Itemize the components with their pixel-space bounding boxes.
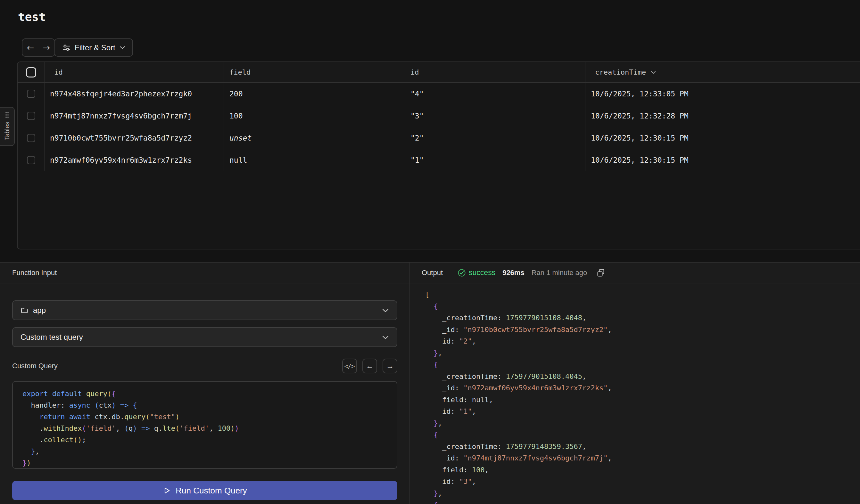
- play-icon: [162, 486, 171, 495]
- cell-field: unset: [224, 127, 405, 149]
- chevron-down-icon: [382, 308, 389, 312]
- arrow-right-icon: →: [43, 43, 50, 53]
- cell-creation-time: 10/6/2025, 12:30:15 PM: [585, 149, 860, 171]
- query-history-back-button[interactable]: ←: [362, 359, 377, 373]
- tables-tab-label: Tables: [3, 122, 11, 140]
- cell-creation-time: 10/6/2025, 12:30:15 PM: [585, 127, 860, 149]
- code-view-button[interactable]: </>: [342, 359, 357, 373]
- status-badge: success: [458, 268, 496, 277]
- drag-handle-icon: [5, 112, 9, 118]
- run-custom-query-button[interactable]: Run Custom Query: [12, 481, 397, 500]
- table-row[interactable]: n972amwf06yv59x4nr6m3w1zrx7rz2ks null "1…: [18, 149, 860, 171]
- code-icon: </>: [344, 363, 355, 370]
- cell-doc-id: "2": [405, 127, 585, 149]
- run-button-label: Run Custom Query: [176, 486, 247, 496]
- filter-sort-button[interactable]: Filter & Sort: [55, 39, 133, 57]
- data-table: _id field id _creationTime n974x48sfqejr…: [17, 61, 860, 249]
- table-row[interactable]: n9710b0cwt755bvrr25wfa8a5d7rzyz2 unset "…: [18, 127, 860, 149]
- cell-id: n974x48sfqejr4ed3ar2phezex7rzgk0: [45, 83, 224, 105]
- query-history-forward-button[interactable]: →: [383, 359, 397, 373]
- arrow-right-icon: →: [386, 361, 394, 370]
- cell-field: null: [224, 149, 405, 171]
- custom-query-editor[interactable]: export default query({ handler: async (c…: [12, 381, 397, 469]
- row-checkbox[interactable]: [27, 112, 35, 120]
- table-toolbar: ← → Filter & Sort: [22, 39, 133, 57]
- folder-icon: [20, 307, 28, 314]
- output-title: Output: [422, 269, 443, 277]
- cell-id: n9710b0cwt755bvrr25wfa8a5d7rzyz2: [45, 127, 224, 149]
- cell-doc-id: "1": [405, 149, 585, 171]
- app-selector[interactable]: app: [12, 300, 397, 320]
- table-empty-area: [18, 171, 860, 249]
- status-text: success: [469, 268, 496, 277]
- function-input-header: Function Input: [0, 263, 410, 283]
- duration-text: 926ms: [502, 269, 525, 277]
- chevron-down-icon: [382, 335, 389, 339]
- page-title: test: [18, 10, 46, 24]
- custom-query-toolbar: Custom Query </> ← →: [12, 359, 397, 373]
- row-checkbox[interactable]: [27, 90, 35, 98]
- query-selector-label: Custom test query: [20, 333, 83, 342]
- success-check-icon: [458, 269, 466, 277]
- output-result: [ { _creationTime: 1759779015108.4048, _…: [410, 283, 860, 504]
- tables-panel-toggle[interactable]: Tables: [0, 107, 15, 146]
- table-row[interactable]: n974mtj87nnxz7fvsg4sv6bgch7rzm7j 100 "3"…: [18, 105, 860, 127]
- cell-field: 100: [224, 105, 405, 127]
- sort-direction-icon: [651, 71, 656, 74]
- function-runner: Function Input app Custom test query Cus…: [0, 262, 860, 504]
- cell-creation-time: 10/6/2025, 12:32:28 PM: [585, 105, 860, 127]
- column-header-field: field: [224, 62, 405, 82]
- cell-doc-id: "3": [405, 105, 585, 127]
- chevron-down-icon: [119, 46, 125, 49]
- output-header: Output success 926ms Ran 1 minute ago: [410, 263, 860, 283]
- cell-id: n972amwf06yv59x4nr6m3w1zrx7rz2ks: [45, 149, 224, 171]
- column-header-doc-id: id: [405, 62, 585, 82]
- history-nav-group: ← →: [22, 39, 55, 57]
- filter-sort-label: Filter & Sort: [75, 43, 115, 52]
- app-selector-label: app: [33, 306, 46, 315]
- filter-sliders-icon: [62, 44, 71, 51]
- ran-ago-text: Ran 1 minute ago: [532, 269, 587, 277]
- cell-doc-id: "4": [405, 83, 585, 105]
- back-button[interactable]: ←: [23, 39, 39, 56]
- cell-field: 200: [224, 83, 405, 105]
- query-selector[interactable]: Custom test query: [12, 327, 397, 347]
- row-checkbox[interactable]: [27, 156, 35, 164]
- copy-icon: [596, 268, 606, 278]
- function-input-panel: Function Input app Custom test query Cus…: [0, 263, 410, 504]
- cell-id: n974mtj87nnxz7fvsg4sv6bgch7rzm7j: [45, 105, 224, 127]
- custom-query-label: Custom Query: [12, 362, 58, 370]
- arrow-left-icon: ←: [27, 43, 34, 53]
- column-header-creation-time[interactable]: _creationTime: [585, 62, 860, 82]
- cell-creation-time: 10/6/2025, 12:33:05 PM: [585, 83, 860, 105]
- table-row[interactable]: n974x48sfqejr4ed3ar2phezex7rzgk0 200 "4"…: [18, 83, 860, 105]
- copy-output-button[interactable]: [596, 268, 606, 278]
- table-header-row: _id field id _creationTime: [18, 62, 860, 83]
- select-all-checkbox[interactable]: [26, 67, 36, 77]
- column-header-id: _id: [45, 62, 224, 82]
- arrow-left-icon: ←: [366, 361, 374, 370]
- output-panel: Output success 926ms Ran 1 minute ago [ …: [410, 263, 860, 504]
- row-checkbox[interactable]: [27, 134, 35, 142]
- forward-button[interactable]: →: [39, 39, 55, 56]
